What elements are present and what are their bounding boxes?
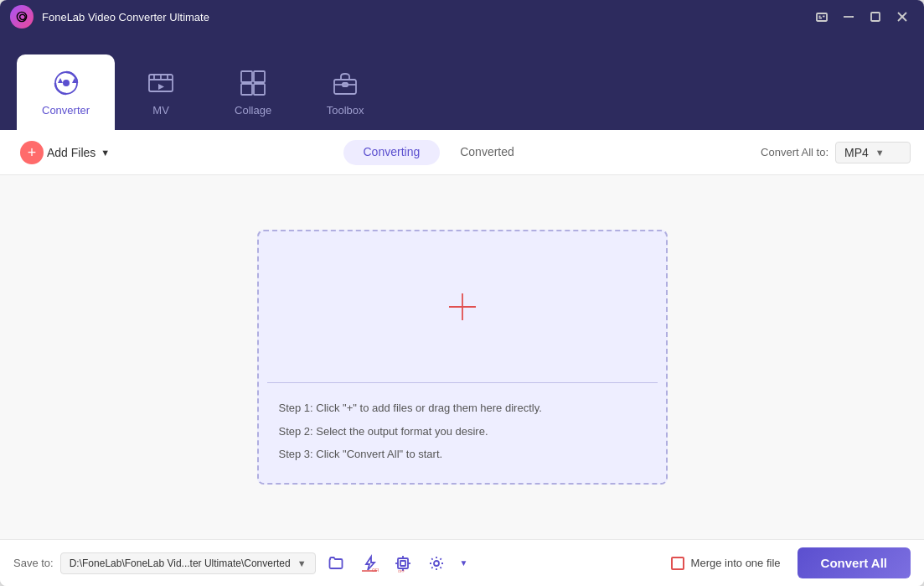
settings-dropdown-arrow[interactable]: ▼ <box>457 550 472 577</box>
svg-rect-28 <box>400 561 405 566</box>
settings-button[interactable] <box>423 550 450 577</box>
drop-zone[interactable]: Step 1: Click "+" to add files or drag t… <box>257 230 668 485</box>
add-files-label: Add Files <box>47 146 95 159</box>
drop-zone-instructions: Step 1: Click "+" to add files or drag t… <box>259 383 666 483</box>
svg-rect-27 <box>398 558 408 568</box>
format-dropdown-arrow: ▼ <box>875 148 885 158</box>
fast-convert-button[interactable]: OFF <box>356 550 383 577</box>
svg-text:OFF: OFF <box>372 568 379 573</box>
tab-mv-label: MV <box>152 104 169 117</box>
tab-toolbox[interactable]: Toolbox <box>299 54 391 130</box>
save-path-dropdown-arrow: ▼ <box>297 558 307 568</box>
convert-all-to-area: Convert All to: MP4 ▼ <box>761 142 911 163</box>
svg-text:OFF: OFF <box>398 569 405 573</box>
merge-checkbox[interactable] <box>671 557 684 570</box>
svg-rect-18 <box>241 84 252 95</box>
nav-area: Converter MV <box>0 34 924 130</box>
add-files-plus-icon: + <box>20 141 44 164</box>
tab-collage[interactable]: Collage <box>207 54 299 130</box>
hardware-accel-button[interactable]: OFF <box>390 550 416 577</box>
converted-tab[interactable]: Converted <box>440 140 534 165</box>
toolbar: + Add Files ▼ Converting Converted Conve… <box>0 130 924 175</box>
save-path-value: D:\FoneLab\FoneLab Vid...ter Ultimate\Co… <box>70 557 291 569</box>
window-controls <box>810 5 914 29</box>
app-logo <box>10 5 34 29</box>
instruction-step-1: Step 1: Click "+" to add files or drag t… <box>279 400 646 417</box>
svg-rect-19 <box>254 84 265 95</box>
main-window: FoneLab Video Converter Ultimate <box>0 0 924 586</box>
drop-zone-top[interactable] <box>259 231 666 382</box>
collage-icon <box>237 67 269 99</box>
svg-rect-6 <box>871 13 880 21</box>
minimize-button[interactable] <box>837 5 860 29</box>
close-button[interactable] <box>890 5 914 29</box>
merge-checkbox-area: Merge into one file <box>671 557 781 570</box>
format-value: MP4 <box>844 146 869 159</box>
add-files-dropdown-arrow: ▼ <box>101 148 110 158</box>
save-path-select[interactable]: D:\FoneLab\FoneLab Vid...ter Ultimate\Co… <box>60 552 316 574</box>
tab-mv[interactable]: MV <box>115 54 207 130</box>
svg-rect-17 <box>254 71 265 82</box>
save-to-label: Save to: <box>13 557 54 569</box>
tab-converter-label: Converter <box>42 104 90 117</box>
svg-point-10 <box>63 80 70 86</box>
tab-collage-label: Collage <box>235 104 271 117</box>
converting-tab[interactable]: Converting <box>343 140 441 165</box>
tab-toolbox-label: Toolbox <box>327 104 364 117</box>
maximize-button[interactable] <box>864 5 887 29</box>
instruction-step-2: Step 2: Select the output format you des… <box>279 423 646 440</box>
convert-all-to-label: Convert All to: <box>761 146 829 158</box>
svg-rect-1 <box>817 13 827 21</box>
footer: Save to: D:\FoneLab\FoneLab Vid...ter Ul… <box>0 539 924 586</box>
app-title: FoneLab Video Converter Ultimate <box>42 11 810 23</box>
toolbox-icon <box>329 67 361 99</box>
captions-button[interactable] <box>810 5 834 29</box>
format-select[interactable]: MP4 ▼ <box>835 142 911 163</box>
tab-converter[interactable]: Converter <box>17 54 115 130</box>
browse-folder-button[interactable] <box>323 550 349 577</box>
converter-icon <box>50 67 82 99</box>
convert-all-button[interactable]: Convert All <box>798 547 911 578</box>
add-files-button[interactable]: + Add Files ▼ <box>13 137 116 168</box>
drop-zone-plus-icon <box>442 287 483 327</box>
content-tabs: Converting Converted <box>116 140 761 165</box>
svg-point-34 <box>434 561 439 566</box>
svg-rect-16 <box>241 71 252 82</box>
mv-icon <box>145 67 177 99</box>
title-bar: FoneLab Video Converter Ultimate <box>0 0 924 34</box>
merge-label: Merge into one file <box>691 557 781 569</box>
instruction-step-3: Step 3: Click "Convert All" to start. <box>279 446 646 463</box>
main-content: Step 1: Click "+" to add files or drag t… <box>0 175 924 539</box>
